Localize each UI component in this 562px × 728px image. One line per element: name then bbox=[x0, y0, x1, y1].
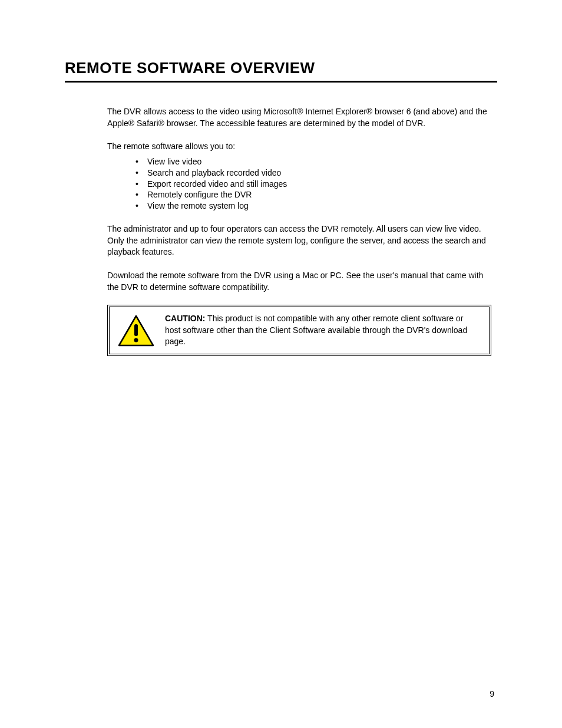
caution-body: This product is not compatible with any … bbox=[165, 314, 467, 346]
list-item: Export recorded video and still images bbox=[135, 179, 491, 190]
features-list: View live video Search and playback reco… bbox=[135, 156, 491, 212]
list-item: View live video bbox=[135, 156, 491, 167]
list-item: Remotely configure the DVR bbox=[135, 189, 491, 200]
features-intro: The remote software allows you to: bbox=[107, 141, 491, 153]
list-item: View the remote system log bbox=[135, 200, 491, 212]
page-number: 9 bbox=[490, 689, 494, 699]
content-area: The DVR allows access to the video using… bbox=[65, 106, 497, 356]
admin-paragraph: The administrator and up to four operato… bbox=[107, 223, 491, 258]
caution-box: CAUTION: This product is not compatible … bbox=[107, 305, 491, 356]
caution-text: CAUTION: This product is not compatible … bbox=[165, 313, 481, 348]
svg-point-2 bbox=[134, 338, 138, 342]
warning-icon bbox=[118, 315, 154, 347]
software-paragraph: Download the remote software from the DV… bbox=[107, 270, 491, 293]
page-title: REMOTE SOFTWARE OVERVIEW bbox=[65, 59, 497, 83]
intro-paragraph: The DVR allows access to the video using… bbox=[107, 106, 491, 129]
svg-rect-1 bbox=[134, 324, 138, 336]
caution-label: CAUTION: bbox=[165, 314, 205, 323]
list-item: Search and playback recorded video bbox=[135, 167, 491, 179]
